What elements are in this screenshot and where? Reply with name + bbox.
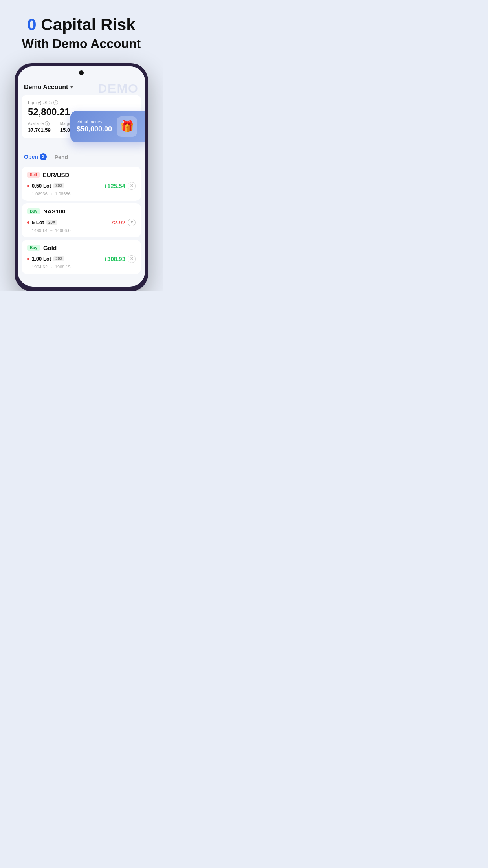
arrow-nas100: → bbox=[49, 228, 53, 233]
price-row-eurusd: 1.08936 → 1.08686 bbox=[27, 191, 136, 196]
price-row-gold: 1904.62 → 1908.15 bbox=[27, 265, 136, 269]
dot-eurusd bbox=[27, 185, 29, 187]
trade-header-gold: Buy Gold bbox=[27, 245, 136, 251]
trade-card-gold: Buy Gold 1.00 Lot 20X +308.93 ✕ bbox=[22, 240, 141, 274]
tab-pending[interactable]: Pend bbox=[55, 153, 68, 164]
virtual-amount: $50,000.00 bbox=[77, 125, 112, 133]
account-name: Demo Account bbox=[24, 84, 68, 91]
virtual-label: virtual money bbox=[77, 120, 112, 124]
account-selector[interactable]: Demo Account ▾ bbox=[24, 84, 73, 91]
price-from-eurusd: 1.08936 bbox=[32, 191, 48, 196]
trade-symbol-gold: Gold bbox=[43, 245, 57, 251]
available-stat: Available i 37,701.59 bbox=[28, 121, 51, 133]
available-info-icon[interactable]: i bbox=[45, 121, 50, 126]
dot-gold bbox=[27, 258, 29, 260]
leverage-eurusd: 30X bbox=[53, 183, 64, 188]
trade-type-buy-nas: Buy bbox=[27, 208, 40, 214]
price-to-nas100: 14986.0 bbox=[55, 228, 71, 233]
phone-wrapper: Demo Account ▾ DEMO Equity(USD) i 52,800… bbox=[15, 63, 148, 291]
tab-pending-label: Pend bbox=[55, 154, 68, 160]
promo-header: 0 Capital Risk With Demo Account bbox=[14, 0, 149, 63]
trade-lot-nas100: 5 Lot 20X bbox=[27, 219, 57, 225]
trade-type-sell: Sell bbox=[27, 172, 40, 178]
chevron-down-icon: ▾ bbox=[70, 85, 73, 90]
trade-header-nas100: Buy NAS100 bbox=[27, 208, 136, 215]
close-eurusd-button[interactable]: ✕ bbox=[128, 182, 136, 190]
price-to-gold: 1908.15 bbox=[55, 265, 71, 269]
notch-bar bbox=[18, 66, 145, 79]
trade-detail-nas100: 5 Lot 20X -72.92 ✕ bbox=[27, 219, 136, 226]
trade-lot-eurusd: 0.50 Lot 30X bbox=[27, 183, 64, 189]
lot-nas100: 5 Lot bbox=[32, 219, 44, 225]
pnl-gold: +308.93 bbox=[104, 256, 125, 262]
phone-frame: Demo Account ▾ DEMO Equity(USD) i 52,800… bbox=[15, 63, 148, 291]
trade-list: Sell EUR/USD 0.50 Lot 30X +125.54 bbox=[18, 167, 145, 274]
trade-symbol-nas100: NAS100 bbox=[43, 208, 66, 215]
tabs-row: Open 3 Pend bbox=[18, 150, 145, 164]
price-to-eurusd: 1.08686 bbox=[55, 191, 71, 196]
demo-watermark: DEMO bbox=[98, 81, 139, 96]
available-label: Available i bbox=[28, 121, 51, 126]
equity-value: 52,800.21 bbox=[28, 107, 70, 118]
camera-dot bbox=[79, 70, 84, 75]
trade-card-nas100: Buy NAS100 5 Lot 20X -72.92 ✕ bbox=[22, 203, 141, 237]
trade-type-buy-gold: Buy bbox=[27, 245, 40, 251]
promo-line1-suffix: Capital Risk bbox=[41, 15, 135, 34]
trade-detail-eurusd: 0.50 Lot 30X +125.54 ✕ bbox=[27, 182, 136, 190]
trade-detail-gold: 1.00 Lot 20X +308.93 ✕ bbox=[27, 255, 136, 263]
price-from-nas100: 14998.4 bbox=[32, 228, 48, 233]
trade-header-eurusd: Sell EUR/USD bbox=[27, 171, 136, 178]
arrow-eurusd: → bbox=[49, 191, 53, 196]
close-gold-button[interactable]: ✕ bbox=[128, 255, 136, 263]
close-nas100-button[interactable]: ✕ bbox=[128, 219, 136, 226]
dot-nas100 bbox=[27, 221, 29, 224]
virtual-money-card: virtual money $50,000.00 🎁 bbox=[70, 111, 145, 142]
arrow-gold: → bbox=[49, 265, 53, 269]
available-value: 37,701.59 bbox=[28, 127, 51, 133]
trade-lot-gold: 1.00 Lot 20X bbox=[27, 256, 64, 262]
price-row-nas100: 14998.4 → 14986.0 bbox=[27, 228, 136, 233]
lot-gold: 1.00 Lot bbox=[32, 256, 51, 262]
trade-card-eurusd: Sell EUR/USD 0.50 Lot 30X +125.54 bbox=[22, 167, 141, 201]
virtual-text: virtual money $50,000.00 bbox=[77, 120, 112, 133]
phone-screen: Demo Account ▾ DEMO Equity(USD) i 52,800… bbox=[18, 66, 145, 287]
tab-open-label: Open bbox=[24, 154, 38, 160]
lot-eurusd: 0.50 Lot bbox=[32, 183, 51, 189]
leverage-gold: 20X bbox=[53, 256, 64, 261]
equity-section: Equity(USD) i 52,800.21 +360.55 Availabl… bbox=[18, 95, 145, 138]
equity-info-icon[interactable]: i bbox=[53, 100, 58, 105]
pnl-eurusd: +125.54 bbox=[104, 182, 125, 189]
equity-label: Equity(USD) i bbox=[28, 100, 135, 105]
promo-zero: 0 bbox=[27, 15, 36, 34]
gift-icon: 🎁 bbox=[117, 116, 137, 137]
promo-title-line1: 0 Capital Risk bbox=[22, 16, 141, 34]
pnl-nas100: -72.92 bbox=[108, 219, 125, 226]
tab-open-badge: 3 bbox=[40, 153, 47, 160]
trade-symbol-eurusd: EUR/USD bbox=[43, 171, 70, 178]
price-from-gold: 1904.62 bbox=[32, 265, 48, 269]
tab-open[interactable]: Open 3 bbox=[24, 153, 47, 164]
app-header: Demo Account ▾ DEMO bbox=[18, 79, 145, 95]
leverage-nas100: 20X bbox=[46, 220, 57, 225]
app-content: Demo Account ▾ DEMO Equity(USD) i 52,800… bbox=[18, 79, 145, 274]
promo-title-line2: With Demo Account bbox=[22, 36, 141, 51]
